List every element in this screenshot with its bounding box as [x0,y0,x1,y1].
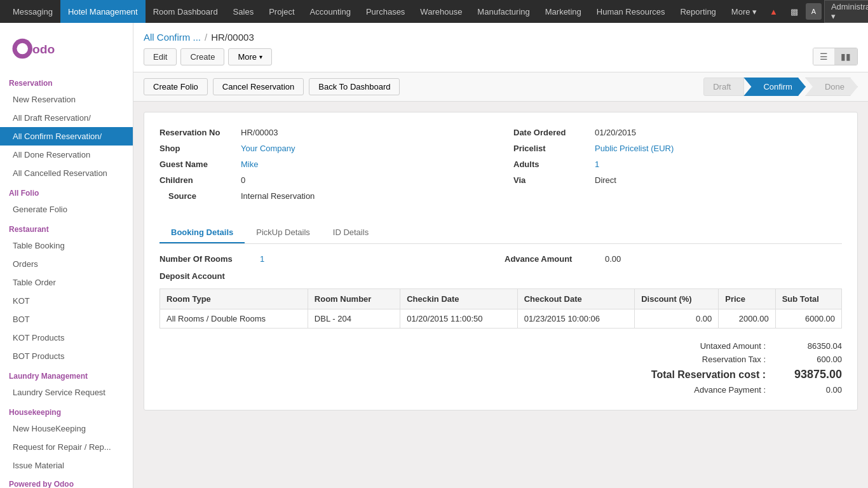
sidebar-item-repair-request[interactable]: Request for Repair / Rep... [0,438,133,456]
status-draft[interactable]: Draft [703,78,744,96]
sidebar-item-new-reservation[interactable]: New Reservation [0,90,133,109]
num-rooms-label: Number Of Rooms [159,254,255,264]
breadcrumb-parent[interactable]: All Confirm ... [144,32,201,43]
num-rooms-row: Number Of Rooms 1 [159,254,497,264]
sidebar-item-bot[interactable]: BOT [0,310,133,329]
table-row[interactable]: All Rooms / Double Rooms DBL - 204 01/20… [160,309,842,329]
nav-more[interactable]: More ▾ [724,0,764,23]
sidebar-item-all-draft[interactable]: All Draft Reservation/ [0,109,133,127]
sidebar-item-kot[interactable]: KOT [0,292,133,310]
nav-accounting[interactable]: Accounting [302,0,358,23]
advance-payment-row: Advance Payment : 0.00 [664,385,842,395]
chat-icon[interactable]: ▩ [785,0,803,23]
advance-amount-label: Advance Amount [505,254,600,264]
toolbar: Edit Create More ▾ ☰ ▮▮ [144,48,858,72]
guest-name-label: Guest Name [159,159,236,169]
pricelist-row: Pricelist Public Pricelist (EUR) [513,144,842,153]
date-ordered-row: Date Ordered 01/20/2015 [513,128,842,137]
sidebar-item-bot-products[interactable]: BOT Products [0,347,133,365]
more-button[interactable]: More ▾ [228,48,272,65]
nav-reporting[interactable]: Reporting [672,0,723,23]
sidebar-item-laundry-service[interactable]: Laundry Service Request [0,383,133,402]
sidebar-item-orders[interactable]: Orders [0,255,133,273]
rooms-table: Room Type Room Number Checkin Date Check… [159,288,842,329]
breadcrumb-separator: / [205,32,207,43]
nav-sales[interactable]: Sales [226,0,262,23]
admin-label: Administrator ▾ [831,2,868,21]
form-grid: Reservation No HR/00003 Shop Your Compan… [159,128,842,207]
col-discount: Discount (%) [635,289,719,309]
sidebar-item-table-booking[interactable]: Table Booking [0,236,133,255]
totals-section: Untaxed Amount : 86350.04 Reservation Ta… [159,341,842,395]
cancel-reservation-button[interactable]: Cancel Reservation [213,78,304,95]
tax-label: Reservation Tax : [664,355,766,364]
sidebar-item-kot-products[interactable]: KOT Products [0,329,133,347]
edit-button[interactable]: Edit [144,48,177,65]
sidebar: odoo Reservation New Reservation All Dra… [0,23,133,488]
via-label: Via [513,175,590,185]
breadcrumb: All Confirm ... / HR/00003 [144,23,858,48]
status-done[interactable]: Done [805,78,858,96]
section-laundry: Laundry Management [0,365,133,383]
col-room-number: Room Number [308,289,400,309]
shop-value[interactable]: Your Company [241,144,295,153]
view-toggle: ☰ ▮▮ [813,48,858,65]
shop-row: Shop Your Company [159,144,488,153]
sidebar-item-table-order[interactable]: Table Order [0,273,133,292]
list-view-button[interactable]: ☰ [813,48,834,65]
guest-name-value[interactable]: Mike [241,159,258,169]
sidebar-item-issue-material[interactable]: Issue Material [0,456,133,475]
booking-grid: Number Of Rooms 1 Advance Amount 0.00 De… [159,254,842,281]
nav-warehouse[interactable]: Warehouse [412,0,470,23]
alert-icon[interactable]: ▲ [764,0,783,23]
sidebar-logo[interactable]: odoo [0,23,133,72]
card-view-button[interactable]: ▮▮ [834,48,857,65]
nav-purchases[interactable]: Purchases [358,0,412,23]
svg-text:odoo: odoo [32,43,55,56]
admin-menu[interactable]: Administrator ▾ [824,0,868,23]
sidebar-item-generate-folio[interactable]: Generate Folio [0,200,133,219]
tab-pickup-details[interactable]: PickUp Details [245,222,322,243]
nav-messaging[interactable]: Messaging [5,0,60,23]
back-to-dashboard-button[interactable]: Back To Dashboard [309,78,400,95]
status-confirm[interactable]: Confirm [743,78,806,96]
svg-point-1 [17,43,29,55]
cell-room-type: All Rooms / Double Rooms [160,309,308,329]
date-ordered-label: Date Ordered [513,128,590,137]
deposit-account-label: Deposit Account [159,271,255,281]
create-button[interactable]: Create [180,48,224,65]
sidebar-item-new-housekeeping[interactable]: New HouseKeeping [0,419,133,438]
adults-value[interactable]: 1 [595,159,599,169]
user-avatar-icon[interactable]: A [806,3,822,20]
tab-booking-details[interactable]: Booking Details [159,222,245,243]
source-label: Source [159,191,236,201]
sidebar-item-all-done[interactable]: All Done Reservation [0,146,133,164]
nav-human-resources[interactable]: Human Resources [589,0,673,23]
children-value: 0 [241,175,245,185]
nav-marketing[interactable]: Marketing [538,0,589,23]
untaxed-value: 86350.04 [791,341,842,351]
cell-checkout-date: 01/23/2015 10:00:06 [517,309,634,329]
nav-project[interactable]: Project [261,0,302,23]
children-row: Children 0 [159,175,488,185]
sidebar-item-all-confirm[interactable]: All Confirm Reservation/ [0,127,133,146]
advance-payment-label: Advance Payment : [664,385,766,395]
nav-hotel-management[interactable]: Hotel Management [60,0,146,23]
source-row: Source Internal Reservation [159,191,488,201]
tab-id-details[interactable]: ID Details [322,222,380,243]
advance-amount-value: 0.00 [605,254,621,264]
sidebar-item-all-cancelled[interactable]: All Cancelled Reservation [0,164,133,182]
pricelist-label: Pricelist [513,144,590,153]
via-value: Direct [595,175,616,185]
nav-room-dashboard[interactable]: Room Dashboard [146,0,226,23]
tax-value: 600.00 [791,355,842,364]
tax-row: Reservation Tax : 600.00 [664,355,842,364]
deposit-account-row: Deposit Account [159,271,497,281]
cell-checkin-date: 01/20/2015 11:00:50 [400,309,517,329]
adults-row: Adults 1 [513,159,842,169]
pricelist-value[interactable]: Public Pricelist (EUR) [595,144,674,153]
nav-manufacturing[interactable]: Manufacturing [470,0,537,23]
status-bar: Draft Confirm Done [703,78,858,96]
create-folio-button[interactable]: Create Folio [144,78,208,95]
num-rooms-value[interactable]: 1 [260,254,264,264]
